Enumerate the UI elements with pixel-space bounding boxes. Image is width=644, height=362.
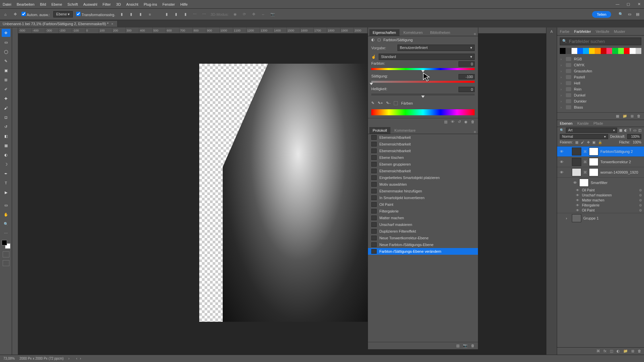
document-tab[interactable]: Unbenannt-1 bei 73,1% (Farbton/Sättigung… [0, 21, 118, 27]
menu-ansicht[interactable]: Ansicht [126, 2, 138, 6]
toggle-visibility-icon[interactable]: 👁 [451, 120, 454, 124]
menu-fenster[interactable]: Fenster [162, 2, 175, 6]
align-center-h-icon[interactable]: ▮ [128, 11, 134, 17]
quick-select-tool[interactable]: ✎ [2, 57, 10, 65]
layer-thumbnail[interactable] [572, 147, 581, 156]
zoom-tool[interactable]: 🔍 [2, 220, 10, 228]
align-right-icon[interactable]: ▮ [138, 11, 144, 17]
history-item[interactable]: Ebenensichtbarkeit [368, 134, 478, 141]
scroll-left-icon[interactable]: ‹ [76, 357, 77, 360]
fg-bg-color[interactable] [2, 240, 10, 249]
menu-bearbeiten[interactable]: Bearbeiten [17, 2, 35, 6]
layer-name[interactable]: woman-1439909_1920 [600, 170, 638, 174]
swatch[interactable] [583, 48, 589, 54]
visibility-toggle-icon[interactable]: 👁 [559, 149, 564, 154]
swatch-view-icon[interactable]: ▦ [616, 114, 619, 118]
gradient-tool[interactable]: ▦ [2, 141, 10, 149]
history-item[interactable]: Duplizieren Filtereffekt [368, 228, 478, 235]
visibility-toggle-icon[interactable]: 👁 [576, 193, 580, 197]
delete-adjustment-icon[interactable]: 🗑 [471, 120, 475, 124]
history-item[interactable]: Motiv auswählen [368, 181, 478, 188]
blend-mode-dropdown[interactable]: Normal▾ [560, 134, 608, 139]
history-item[interactable]: Neue Farbton-/Sättigungs-Ebene [368, 241, 478, 248]
tab-kommentare[interactable]: Kommentare [391, 127, 419, 134]
move-tool-icon[interactable]: ✥ [12, 11, 18, 17]
history-item[interactable]: Farbton-/Sättigungs-Ebene verändern [368, 248, 478, 255]
lock-nesting-icon[interactable]: ▣ [592, 140, 595, 144]
visibility-toggle-icon[interactable]: 👁 [573, 181, 577, 185]
align-distribute-icon[interactable]: ≡ [147, 11, 153, 17]
lock-position-icon[interactable]: ✥ [587, 140, 590, 144]
tab-farbfelder[interactable]: Farbfelder [574, 29, 591, 34]
history-item[interactable]: Filtergalerie [368, 208, 478, 215]
layer-thumbnail[interactable] [572, 158, 581, 166]
link-mask-icon[interactable]: ⌘ [583, 170, 587, 175]
swatch[interactable] [589, 48, 595, 54]
new-adjustment-icon[interactable]: ◐ [616, 349, 620, 353]
3d-orbit-icon[interactable]: ◉ [232, 11, 238, 17]
filter-kind-icon[interactable]: 🔍 [560, 128, 564, 132]
history-item[interactable]: Ebenensichtbarkeit [368, 147, 478, 154]
history-item[interactable]: Ebenensichtbarkeit [368, 168, 478, 174]
link-layers-icon[interactable]: ⌘ [596, 349, 600, 353]
new-group-icon[interactable]: 📁 [623, 349, 628, 353]
dodge-tool[interactable]: ☽ [2, 160, 10, 168]
swatch-group[interactable]: ›CMYK [558, 62, 643, 68]
swatch[interactable] [572, 48, 577, 54]
stamp-tool[interactable]: ⊡ [2, 113, 10, 121]
align-left-icon[interactable]: ▮ [119, 11, 125, 17]
tab-muster[interactable]: Muster [614, 29, 625, 34]
lock-transparency-icon[interactable]: ▦ [575, 140, 578, 144]
visibility-toggle-icon[interactable]: 👁 [576, 198, 580, 202]
history-item[interactable]: Eingebettetes Smartobjekt platzieren [368, 174, 478, 181]
path-select-tool[interactable]: ▶ [2, 188, 10, 196]
history-item[interactable]: Oil Paint [368, 201, 478, 208]
tab-farbe[interactable]: Farbe [560, 29, 570, 34]
reset-icon[interactable]: ↺ [458, 120, 461, 124]
filter-smart-icon[interactable]: ◫ [638, 128, 641, 132]
layer-mask-thumbnail[interactable] [589, 147, 598, 156]
layer-group-row[interactable]: ›Gruppe 1 [557, 213, 644, 223]
history-item[interactable]: In Smartobjekt konvertieren [368, 194, 478, 201]
layer-mask-thumbnail[interactable] [589, 168, 598, 176]
new-group-icon[interactable]: 📁 [623, 114, 627, 118]
hue-value[interactable]: 0 [459, 61, 475, 67]
history-item[interactable]: Ebene löschen [368, 154, 478, 161]
swatch-group[interactable]: ›RGB [558, 56, 643, 62]
history-item[interactable]: Ebenen gruppieren [368, 161, 478, 168]
filter-options-icon[interactable]: ⚙ [639, 203, 642, 207]
tab-korrekturen[interactable]: Korrekturen [400, 29, 426, 36]
character-panel-icon[interactable]: A [550, 29, 553, 34]
eyedropper-sub-icon[interactable]: ✎- [386, 101, 390, 105]
history-item[interactable]: Unscharf maskieren [368, 221, 478, 228]
hue-slider[interactable] [371, 67, 475, 72]
rectangle-tool[interactable]: ▭ [2, 201, 10, 209]
eyedropper-set-icon[interactable]: ✎ [371, 101, 374, 105]
layer-row[interactable]: 👁⌘woman-1439909_1920 [557, 167, 644, 177]
chevron-right-icon[interactable]: › [566, 216, 570, 220]
swatch[interactable] [630, 48, 635, 54]
swatch[interactable] [618, 48, 624, 54]
smart-filter-item[interactable]: 👁Filtergalerie⚙ [557, 203, 644, 208]
tab-bibliotheken[interactable]: Bibliotheken [427, 29, 453, 36]
opacity-field[interactable]: 100% [627, 134, 641, 139]
smart-filter-item[interactable]: 👁Oil Paint⚙ [557, 188, 644, 193]
saturation-value[interactable]: -100 [459, 74, 475, 79]
tab-ebenen[interactable]: Ebenen [560, 121, 573, 125]
crop-tool[interactable]: ▣ [2, 66, 10, 74]
history-item[interactable]: Matter machen [368, 215, 478, 221]
smart-filter-item[interactable]: 👁Matter machen⚙ [557, 198, 644, 203]
3d-slide-icon[interactable]: ↔ [260, 11, 266, 17]
swatch-group[interactable]: ›Blass [558, 104, 643, 110]
swatch-search-input[interactable]: 🔍 [560, 38, 641, 45]
brush-tool[interactable]: 🖌 [2, 104, 10, 112]
swatch[interactable] [612, 48, 618, 54]
auto-select-target-dropdown[interactable]: Ebene ▾ [53, 11, 73, 17]
panel-menu-icon[interactable]: ≡ [474, 32, 476, 36]
history-item[interactable]: Ebenensichtbarkeit [368, 141, 478, 147]
lock-pixels-icon[interactable]: 🖌 [581, 140, 584, 144]
layer-fx-icon[interactable]: fx [603, 349, 606, 353]
history-menu-icon[interactable]: ≡ [474, 130, 476, 134]
menu-hilfe[interactable]: Hilfe [180, 2, 187, 6]
menu-auswahl[interactable]: Auswahl [83, 2, 97, 6]
